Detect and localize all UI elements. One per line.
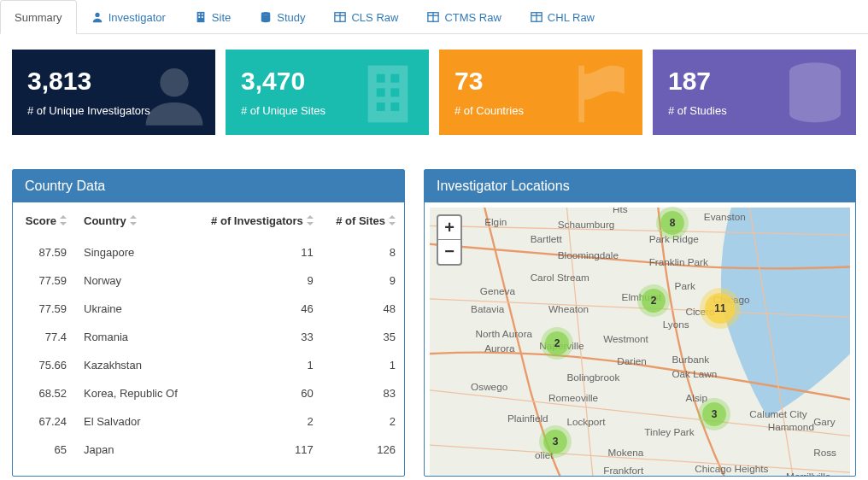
svg-point-6 xyxy=(261,12,271,15)
tab-label: CTMS Raw xyxy=(444,11,501,24)
map-cluster[interactable]: 2 xyxy=(545,331,569,355)
tab-investigator[interactable]: Investigator xyxy=(77,0,180,33)
map-label: Evanston xyxy=(704,211,746,222)
map-label: Darien xyxy=(617,355,647,366)
map-cluster[interactable]: 3 xyxy=(702,402,726,426)
map-label: Franklin Park xyxy=(649,256,708,267)
table-row[interactable]: 77.59Ukraine4648 xyxy=(13,295,404,323)
svg-rect-21 xyxy=(390,88,399,97)
stat-studies[interactable]: 187 # of Studies xyxy=(653,50,856,135)
tab-summary[interactable]: Summary xyxy=(0,0,77,34)
svg-rect-1 xyxy=(196,12,204,22)
map-label: Oswego xyxy=(471,381,508,392)
tab-study[interactable]: Study xyxy=(245,0,320,33)
svg-marker-31 xyxy=(389,215,396,219)
panel-title: Investigator Locations xyxy=(425,170,855,202)
database-icon xyxy=(781,60,849,132)
col-score[interactable]: Score xyxy=(13,202,75,238)
country-table: Score Country # of Investigators # of Si… xyxy=(13,202,404,464)
map-label: Lyons xyxy=(663,319,689,330)
map-label: Plainfield xyxy=(507,413,548,424)
svg-rect-18 xyxy=(377,74,385,83)
map-cluster[interactable]: 2 xyxy=(642,289,666,313)
map-cluster[interactable]: 3 xyxy=(543,430,567,454)
cell-score: 67.24 xyxy=(13,407,75,436)
svg-marker-30 xyxy=(307,222,314,225)
cell-country: El Salvador xyxy=(75,407,194,436)
cell-country: Korea, Republic Of xyxy=(75,379,194,407)
cell-country: Kazakhstan xyxy=(75,351,194,379)
cell-inv: 60 xyxy=(194,379,322,407)
svg-rect-23 xyxy=(390,102,399,111)
map-cluster[interactable]: 8 xyxy=(660,211,684,235)
cell-sites: 35 xyxy=(322,323,404,351)
cell-inv: 11 xyxy=(194,238,322,266)
map-label: Mokena xyxy=(608,447,644,458)
table-row[interactable]: 87.59Singapore118 xyxy=(13,238,404,266)
svg-marker-32 xyxy=(389,222,396,225)
map-label: Calumet City xyxy=(749,408,806,419)
map-label: Bartlett xyxy=(531,233,563,244)
map-label: Aurora xyxy=(484,342,515,354)
map-label: Ross xyxy=(813,447,836,458)
zoom-in-button[interactable]: + xyxy=(438,216,460,240)
cell-score: 75.66 xyxy=(13,351,75,379)
map-label: Schaumburg xyxy=(558,219,615,230)
tab-cls-raw[interactable]: CLS Raw xyxy=(320,0,413,33)
stat-investigators[interactable]: 3,813 # of Unique Investigators xyxy=(12,50,215,135)
cell-inv: 1 xyxy=(194,351,322,379)
map[interactable]: ElginSchaumburgHtsEvanstonBartlettPark R… xyxy=(425,202,855,476)
table-row[interactable]: 68.52Korea, Republic Of6083 xyxy=(13,379,404,407)
map-label: Lockport xyxy=(566,416,606,427)
cell-country: Japan xyxy=(75,436,194,464)
cell-sites: 83 xyxy=(322,379,404,407)
map-label: Alsip xyxy=(685,392,707,403)
tab-chl-raw[interactable]: CHL Raw xyxy=(516,0,609,33)
map-label: Chicago Heights xyxy=(695,463,768,474)
svg-rect-17 xyxy=(368,66,408,123)
tab-ctms-raw[interactable]: CTMS Raw xyxy=(413,0,515,33)
cell-score: 65 xyxy=(13,436,75,464)
map-label: Bloomingdale xyxy=(558,249,619,260)
panel-title: Country Data xyxy=(13,170,404,202)
map-label: Burbank xyxy=(672,354,709,365)
col-sites[interactable]: # of Sites xyxy=(322,202,404,238)
cell-score: 68.52 xyxy=(13,379,75,407)
table-row[interactable]: 77.4Romania3335 xyxy=(13,323,404,351)
cell-score: 77.4 xyxy=(13,323,75,351)
svg-marker-28 xyxy=(130,222,137,225)
col-investigators[interactable]: # of Investigators xyxy=(194,202,322,238)
map-label: Hammond xyxy=(768,421,814,432)
tab-label: Summary xyxy=(15,11,62,24)
tab-label: Study xyxy=(277,11,305,24)
cell-inv: 9 xyxy=(194,266,322,295)
stat-sites[interactable]: 3,470 # of Unique Sites xyxy=(226,50,429,135)
map-label: Elgin xyxy=(484,216,507,227)
cell-country: Romania xyxy=(75,323,194,351)
zoom-out-button[interactable]: − xyxy=(438,240,460,264)
svg-marker-25 xyxy=(60,215,67,219)
table-row[interactable]: 67.24El Salvador22 xyxy=(13,407,404,436)
map-label: North Aurora xyxy=(475,328,532,339)
table-row[interactable]: 65Japan117126 xyxy=(13,436,404,464)
cell-sites: 48 xyxy=(322,295,404,323)
tab-label: Investigator xyxy=(108,11,166,24)
table-row[interactable]: 77.59Norway99 xyxy=(13,266,404,295)
stats-row: 3,813 # of Unique Investigators 3,470 # … xyxy=(0,34,868,150)
col-country[interactable]: Country xyxy=(75,202,194,238)
sort-icon xyxy=(60,215,67,228)
cell-inv: 33 xyxy=(194,323,322,351)
map-label: Park xyxy=(675,280,695,291)
svg-rect-4 xyxy=(198,16,200,18)
map-label: Merrillville xyxy=(786,471,831,476)
tab-site[interactable]: Site xyxy=(180,0,245,33)
svg-rect-22 xyxy=(377,102,385,111)
table-icon xyxy=(531,11,542,23)
cell-score: 87.59 xyxy=(13,238,75,266)
stat-countries[interactable]: 73 # of Countries xyxy=(439,50,642,135)
tab-label: CHL Raw xyxy=(548,11,595,24)
cell-inv: 2 xyxy=(194,407,322,436)
map-cluster[interactable]: 11 xyxy=(705,293,736,324)
database-icon xyxy=(260,11,272,23)
table-row[interactable]: 75.66Kazakhstan11 xyxy=(13,351,404,379)
